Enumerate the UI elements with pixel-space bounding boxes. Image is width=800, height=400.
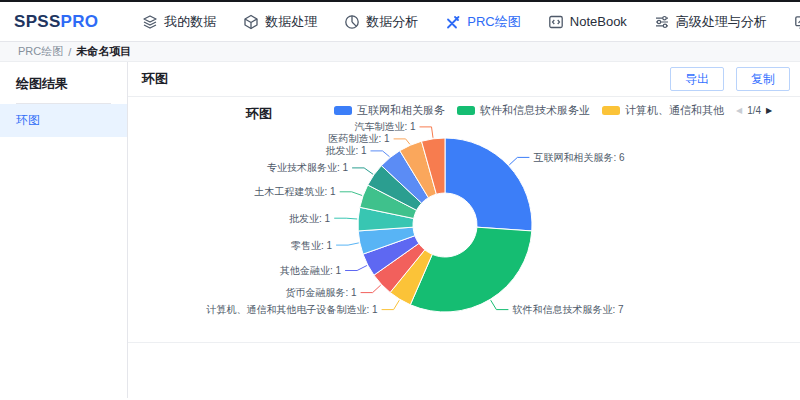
- legend-prev-icon[interactable]: ◀: [736, 106, 742, 115]
- legend-next-icon[interactable]: ▶: [766, 106, 772, 115]
- sidebar: 绘图结果 环图: [0, 62, 128, 398]
- slice-leader-line: [509, 157, 529, 165]
- slice-label: 批发业: 1: [325, 145, 367, 156]
- nav-item-code[interactable]: NoteBook: [548, 14, 627, 30]
- chart-slice[interactable]: [445, 138, 532, 231]
- nav-item-label: 高级处理与分析: [676, 13, 767, 31]
- chart-area: 环图 互联网和相关服务软件和信息技术服务业计算机、通信和其他◀1/4▶ 互联网和…: [128, 97, 800, 397]
- screen-icon: [794, 14, 800, 30]
- slice-leader-line: [420, 127, 434, 138]
- breadcrumb-current: 未命名项目: [76, 44, 131, 59]
- nav-item-screen[interactable]: PRO大屏: [794, 13, 800, 31]
- nav-item-sliders[interactable]: 高级处理与分析: [654, 13, 767, 31]
- slice-label: 互联网和相关服务: 6: [533, 152, 625, 163]
- nav-item-label: 数据处理: [265, 13, 317, 31]
- sidebar-title: 绘图结果: [0, 62, 127, 103]
- nav-item-label: 数据分析: [366, 13, 418, 31]
- nav-item-layers[interactable]: 我的数据: [142, 13, 216, 31]
- panel-actions: 导出 复制: [670, 67, 790, 91]
- slice-leader-line: [491, 300, 509, 309]
- nav-item-label: NoteBook: [570, 14, 627, 29]
- main-nav: 我的数据数据处理数据分析PRC绘图NoteBook高级处理与分析PRO大屏: [142, 13, 800, 31]
- slice-leader-line: [345, 266, 367, 271]
- slice-leader-line: [340, 192, 362, 196]
- legend-marker: [602, 106, 620, 115]
- nav-item-label: 我的数据: [164, 13, 216, 31]
- export-button[interactable]: 导出: [670, 67, 724, 91]
- slice-leader-line: [361, 285, 381, 293]
- layers-icon: [142, 14, 158, 30]
- draw-icon: [445, 14, 461, 30]
- slice-leader-line: [382, 300, 400, 309]
- logo-text-secondary: PRO: [61, 12, 99, 31]
- panel-header: 环图 导出 复制: [128, 62, 800, 97]
- slice-label: 批发业: 1: [289, 213, 331, 224]
- sidebar-item[interactable]: 环图: [0, 104, 127, 137]
- slice-label: 货币金融服务: 1: [285, 287, 357, 298]
- legend-marker: [334, 106, 352, 115]
- cube-icon: [243, 14, 259, 30]
- breadcrumb-section[interactable]: PRC绘图: [18, 44, 63, 59]
- main-panel: 环图 导出 复制 环图 互联网和相关服务软件和信息技术服务业计算机、通信和其他◀…: [128, 62, 800, 398]
- sidebar-item-list: 环图: [0, 104, 127, 137]
- chart-slice[interactable]: [410, 227, 531, 312]
- slice-label: 其他金融业: 1: [280, 265, 342, 276]
- nav-item-label: PRC绘图: [467, 13, 520, 31]
- nav-item-cube[interactable]: 数据处理: [243, 13, 317, 31]
- logo-text-primary: SPSS: [14, 12, 61, 31]
- slice-leader-line: [394, 139, 410, 144]
- slice-leader-line: [334, 218, 357, 219]
- slice-label: 计算机、通信和其他电子设备制造业: 1: [205, 304, 378, 315]
- app-logo[interactable]: SPSSPRO: [14, 12, 98, 32]
- breadcrumb-separator: /: [68, 46, 71, 58]
- copy-button[interactable]: 复制: [736, 67, 790, 91]
- breadcrumb: PRC绘图 / 未命名项目: [0, 42, 800, 62]
- slice-leader-line: [336, 243, 359, 245]
- slice-label: 医药制造业: 1: [328, 133, 390, 144]
- donut-chart: 互联网和相关服务: 6软件和信息技术服务业: 7计算机、通信和其他电子设备制造业…: [128, 115, 800, 365]
- legend-marker: [457, 106, 475, 115]
- pie-icon: [344, 14, 360, 30]
- code-icon: [548, 14, 564, 30]
- slice-leader-line: [352, 168, 373, 174]
- slice-label: 专业技术服务业: 1: [267, 162, 349, 173]
- sliders-icon: [654, 14, 670, 30]
- nav-item-pie[interactable]: 数据分析: [344, 13, 418, 31]
- top-navbar: SPSSPRO 我的数据数据处理数据分析PRC绘图NoteBook高级处理与分析…: [0, 2, 800, 42]
- slice-label: 汽车制造业: 1: [354, 121, 416, 132]
- slice-label: 零售业: 1: [291, 240, 333, 251]
- slice-label: 土木工程建筑业: 1: [254, 186, 337, 197]
- panel-title: 环图: [142, 70, 168, 88]
- slice-leader-line: [371, 151, 390, 157]
- slice-label: 软件和信息技术服务业: 7: [511, 304, 624, 315]
- nav-item-draw[interactable]: PRC绘图: [445, 13, 520, 31]
